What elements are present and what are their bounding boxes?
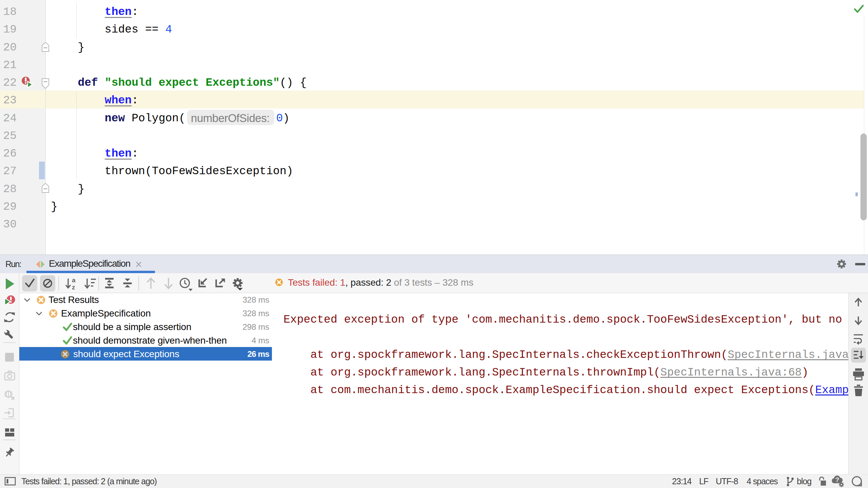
svg-text:?: ? [835,476,840,483]
svg-text:z: z [72,284,75,291]
svg-text:a: a [72,277,76,284]
